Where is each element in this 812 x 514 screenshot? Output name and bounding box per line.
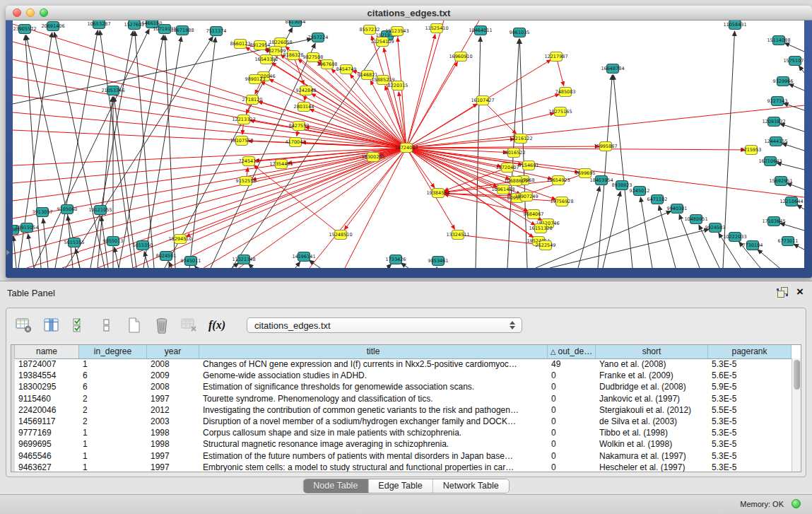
table-cell: 2008 xyxy=(147,358,199,370)
table-row[interactable]: 2242004622012Investigating the contribut… xyxy=(11,404,792,416)
table-cell: 14569117 xyxy=(15,416,79,427)
graph-node-label: 8215953 xyxy=(741,147,762,153)
graph-node-label: 16543392 xyxy=(254,57,278,62)
table-cell: 9115460 xyxy=(15,393,79,404)
graph-node-label: 19654923 xyxy=(546,177,570,183)
graph-node-label: 11525410 xyxy=(425,25,448,31)
table-cell: Wolkin et al. (1998) xyxy=(596,438,708,450)
close-panel-icon[interactable]: × xyxy=(796,286,804,298)
table-cell: 5.6E-5 xyxy=(708,370,792,381)
table-cell: 49 xyxy=(548,358,596,370)
table-row[interactable]: 969969511998Structural magnetic resonanc… xyxy=(11,438,792,450)
float-panel-icon[interactable] xyxy=(777,286,788,298)
table-cell: 2012 xyxy=(147,404,199,416)
window-titlebar[interactable]: citations_edges.txt xyxy=(6,6,812,21)
status-bar: Memory: OK xyxy=(0,494,812,514)
graph-edge xyxy=(100,30,133,268)
function-builder-icon[interactable]: f(x) xyxy=(208,317,226,334)
graph-node-label: 18724007 xyxy=(394,145,418,151)
table-panel-header: Table Panel × xyxy=(0,281,812,304)
table-row[interactable]: 911546021997Tourette syndrome. Phenomeno… xyxy=(11,393,792,404)
column-header-title[interactable]: title xyxy=(199,345,548,358)
graph-node-label: 20691406 xyxy=(41,23,64,29)
graph-edge xyxy=(310,148,406,268)
graph-node-label: 19756928 xyxy=(550,199,573,204)
row-height-icon[interactable] xyxy=(98,317,116,334)
table-mode-icon[interactable] xyxy=(15,317,33,334)
column-header-pagerank[interactable]: pagerank xyxy=(708,345,792,358)
column-header-indegree[interactable]: in_degree xyxy=(79,345,147,358)
table-row[interactable]: 1456911722003Disruption of a novel membe… xyxy=(11,416,792,427)
table-row[interactable]: 1830029562008Estimation of significance … xyxy=(11,381,792,392)
table-cell: 19384554 xyxy=(15,370,79,381)
graph-node-label: 13324511 xyxy=(446,232,469,238)
graph-node-label: 19384554 xyxy=(426,190,449,196)
column-header-short[interactable]: short xyxy=(596,345,708,358)
table-row[interactable]: 946554611997Estimation of the future num… xyxy=(11,450,792,462)
table-cell: 1998 xyxy=(147,427,199,438)
table-cell: 1 xyxy=(79,438,147,450)
graph-node-label: 4170043 xyxy=(286,139,306,145)
graph-node-label: 5015350 xyxy=(133,243,153,248)
table-cell: 0 xyxy=(548,370,596,381)
table-cell: 18724007 xyxy=(15,358,79,370)
vertical-scrollbar[interactable] xyxy=(792,358,801,472)
graph-node-label: 9890123 xyxy=(245,76,266,82)
scrollbar-thumb[interactable] xyxy=(794,360,800,390)
graph-node-label: 18294510 xyxy=(168,236,192,242)
graph-node-label: 2718120 xyxy=(242,97,263,103)
table-selector-dropdown[interactable]: citations_edges.txt xyxy=(247,317,522,333)
tab-node-table[interactable]: Node Table xyxy=(303,479,368,493)
table-body: 1872400712008Changes of HCN gene express… xyxy=(11,358,792,472)
graph-node-label: 18915054 xyxy=(15,225,38,230)
table-row[interactable]: 946362711997Embryonic stem cells: a mode… xyxy=(11,462,792,472)
graph-node-label: 9684067 xyxy=(524,211,544,217)
sort-indicator-icon: △ xyxy=(551,348,556,356)
graph-node-label: 9154691 xyxy=(519,163,539,168)
collapsed-panel-arrow[interactable] xyxy=(6,250,10,255)
graph-node-label: 6471102 xyxy=(647,197,668,202)
column-header-year[interactable]: year xyxy=(147,345,199,358)
table-cell: Investigating the contribution of common… xyxy=(199,404,548,416)
graph-node-label: 10222033 xyxy=(723,234,746,240)
graph-edge xyxy=(797,205,804,209)
table-cell: 0 xyxy=(548,427,596,438)
show-columns-icon[interactable] xyxy=(42,317,61,334)
table-row[interactable]: 1872400712008Changes of HCN gene express… xyxy=(11,358,792,370)
graph-node-label: 8912954 xyxy=(250,42,271,48)
column-header-outde[interactable]: △out_de… xyxy=(548,345,596,358)
graph-node-label: 8024501 xyxy=(156,253,177,259)
table-cell: Stergiakouli et al. (2012) xyxy=(596,404,708,416)
table-cell: 5.3E-5 xyxy=(708,358,792,370)
graph-edge xyxy=(406,62,457,148)
table-cell: 0 xyxy=(548,393,596,404)
graph-node-label: 7957224 xyxy=(308,35,329,40)
graph-node-label: 11254109 xyxy=(370,39,394,45)
graph-node-label: 18275165 xyxy=(548,109,572,115)
graph-edge xyxy=(249,264,253,268)
graph-node-label: 8186328 xyxy=(283,52,304,58)
table-row[interactable]: 977716911998Corpus callosum shape and si… xyxy=(11,427,792,438)
graph-node-label: 9827508 xyxy=(303,54,324,60)
graph-node-label: 8454749 xyxy=(336,66,357,72)
table-cell: Estimation of significance thresholds fo… xyxy=(199,381,548,392)
network-canvas[interactable]: 2390557220691406106532871527602646616010… xyxy=(13,21,804,268)
graph-node-label: 21053346 xyxy=(101,88,124,93)
table-row[interactable]: 1938455462009Genome-wide association stu… xyxy=(11,370,792,381)
new-column-icon[interactable] xyxy=(125,317,143,334)
graph-node-label: 2522549 xyxy=(536,243,556,248)
column-header-name[interactable]: name xyxy=(15,345,79,358)
tab-edge-table[interactable]: Edge Table xyxy=(368,479,433,493)
tab-network-table[interactable]: Network Table xyxy=(433,479,509,493)
graph-node-label: 15248510 xyxy=(329,232,352,238)
table-cell: 6 xyxy=(79,381,147,392)
table-cell: 9777169 xyxy=(15,427,79,438)
delete-column-icon[interactable] xyxy=(153,317,171,334)
memory-ok-indicator[interactable] xyxy=(792,499,801,508)
graph-edge xyxy=(66,37,213,268)
graph-node-label: 16960910 xyxy=(449,54,472,59)
graph-edge xyxy=(406,146,599,148)
selection-mode-icon[interactable] xyxy=(70,317,88,334)
table-cell: 1 xyxy=(79,427,147,438)
graph-node-label: 8938923 xyxy=(612,182,632,188)
